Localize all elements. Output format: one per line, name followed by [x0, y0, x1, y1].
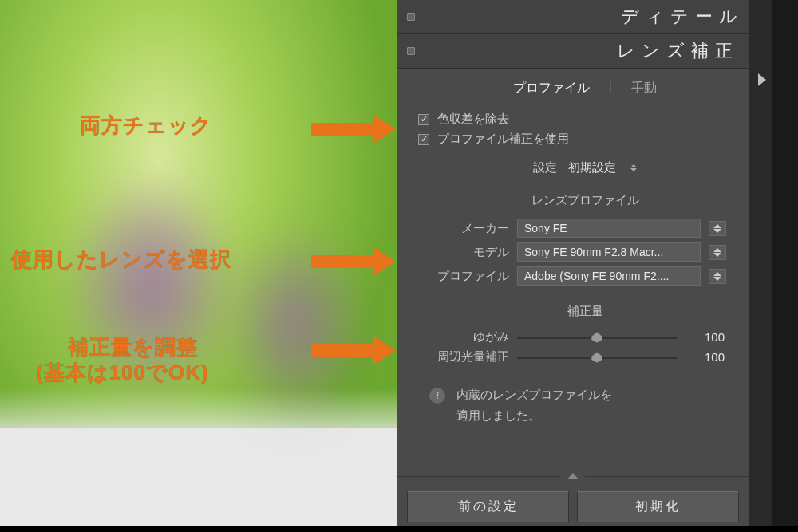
annotation-select-lens: 使用したレンズを選択 [11, 246, 231, 274]
maker-stepper[interactable] [709, 221, 726, 236]
settings-label: 設定 [533, 160, 557, 175]
panel-toggle-icon[interactable] [407, 13, 415, 21]
maker-row: メーカー Sony FE [397, 216, 772, 240]
remove-ca-checkbox[interactable]: ✓ [418, 114, 429, 125]
info-row: i 内蔵のレンズプロファイルを 適用しました。 [397, 367, 772, 433]
info-icon: i [429, 388, 445, 404]
remove-ca-label: 色収差を除去 [437, 112, 509, 127]
reset-button[interactable]: 初期化 [577, 491, 739, 522]
maker-label: メーカー [413, 221, 509, 236]
profile-dropdown[interactable]: Adobe (Sony FE 90mm F2.... [517, 266, 701, 286]
info-text: 内蔵のレンズプロファイルを 適用しました。 [456, 384, 612, 425]
prev-settings-button[interactable]: 前の設定 [407, 491, 569, 522]
remove-ca-row: ✓ 色収差を除去 [397, 109, 772, 129]
photo-mat [0, 428, 397, 532]
vignette-slider[interactable] [517, 351, 677, 364]
distortion-row: ゆがみ 100 [397, 327, 772, 347]
model-label: モデル [413, 245, 509, 260]
use-profile-checkbox[interactable]: ✓ [418, 134, 429, 145]
info-line2: 適用しました。 [456, 408, 540, 422]
section-title-detail: ディテール [621, 5, 744, 29]
model-dropdown[interactable]: Sony FE 90mm F2.8 Macr... [517, 242, 701, 262]
correction-heading: 補正量 [397, 288, 772, 327]
profile-row: プロファイル Adobe (Sony FE 90mm F2.... [397, 264, 772, 288]
bottom-border [0, 526, 798, 532]
profile-stepper[interactable] [709, 269, 726, 284]
model-row: モデル Sony FE 90mm F2.8 Macr... [397, 240, 772, 264]
annotation-adjust-amount-line2: (基本は100でOK) [36, 359, 209, 387]
use-profile-label: プロファイル補正を使用 [437, 132, 569, 147]
maker-dropdown[interactable]: Sony FE [517, 219, 701, 238]
settings-stepper[interactable] [630, 164, 637, 171]
profile-label: プロファイル [413, 269, 509, 284]
settings-value[interactable]: 初期設定 [568, 160, 616, 175]
settings-row: 設定 初期設定 [397, 149, 772, 190]
info-line1: 内蔵のレンズプロファイルを [456, 388, 612, 401]
distortion-value[interactable]: 100 [685, 330, 725, 344]
expand-right-icon[interactable] [758, 73, 766, 86]
lens-correction-panel: ディテール レンズ補正 プロファイル | 手動 ✓ 色収差を除去 ✓ プロファイ… [397, 0, 772, 532]
lens-profile-heading: レンズプロファイル [397, 190, 772, 216]
distortion-slider[interactable] [517, 331, 677, 344]
section-title-lens: レンズ補正 [617, 39, 739, 63]
annotation-check-both: 両方チェック [80, 112, 212, 140]
panel-scroll-strip[interactable] [749, 0, 772, 532]
lens-tabs: プロファイル | 手動 [397, 69, 772, 109]
panel-separator[interactable] [397, 468, 749, 484]
svg-marker-0 [591, 332, 602, 343]
tab-manual[interactable]: 手動 [631, 80, 657, 100]
separator-handle-icon [567, 473, 579, 479]
annotation-adjust-amount-line1: 補正量を調整 [68, 333, 198, 361]
tab-profile[interactable]: プロファイル [513, 80, 590, 100]
section-header-detail[interactable]: ディテール [397, 0, 772, 34]
tab-separator: | [609, 80, 612, 100]
svg-marker-1 [591, 352, 602, 363]
use-profile-row: ✓ プロファイル補正を使用 [397, 129, 772, 149]
vignette-row: 周辺光量補正 100 [397, 347, 772, 367]
model-stepper[interactable] [709, 245, 726, 260]
distortion-label: ゆがみ [413, 329, 509, 345]
vignette-value[interactable]: 100 [685, 350, 725, 364]
panel-toggle-icon[interactable] [407, 47, 415, 55]
bottom-buttons: 前の設定 初期化 [397, 491, 749, 522]
vignette-label: 周辺光量補正 [413, 349, 509, 365]
section-header-lens[interactable]: レンズ補正 [397, 34, 772, 69]
